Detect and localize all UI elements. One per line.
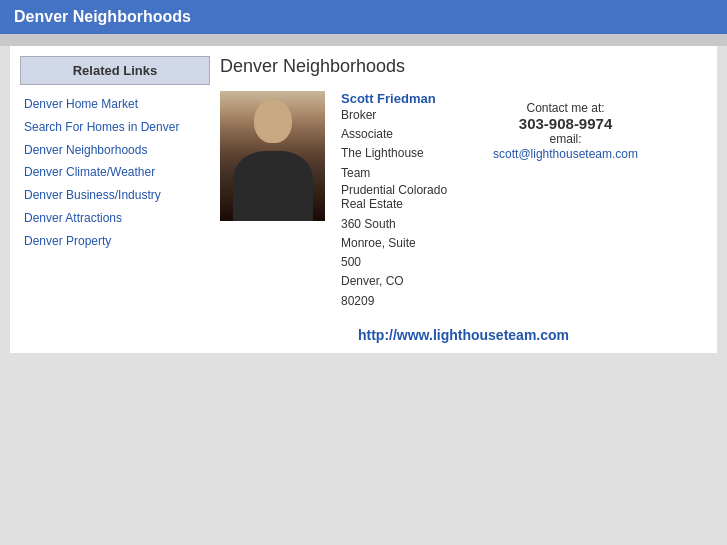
content-area: Related Links Denver Home Market Search …: [10, 46, 717, 353]
related-links-header: Related Links: [20, 56, 210, 85]
contact-section: Contact me at: 303-908-9974 email: scott…: [493, 101, 638, 161]
sidebar-link-home-market[interactable]: Denver Home Market: [20, 93, 210, 116]
sidebar-link-business[interactable]: Denver Business/Industry: [20, 184, 210, 207]
agent-name-link[interactable]: Scott Friedman: [341, 91, 447, 106]
contact-email-link[interactable]: scott@lighthouseteam.com: [493, 147, 638, 161]
sidebar-link-property[interactable]: Denver Property: [20, 230, 210, 253]
contact-label: Contact me at:: [493, 101, 638, 115]
page-wrapper: Denver Neighborhoods Related Links Denve…: [0, 0, 727, 545]
main-content: Denver Neighborhoods Scott Friedman Brok…: [210, 56, 707, 343]
agent-title: Broker Associate The Lighthouse Team: [341, 106, 447, 183]
agent-details-col: Scott Friedman Broker Associate The Ligh…: [341, 91, 447, 311]
sidebar-link-search-homes[interactable]: Search For Homes in Denver: [20, 116, 210, 139]
contact-email-label: email:: [493, 132, 638, 146]
gray-bar: [0, 34, 727, 46]
header-title: Denver Neighborhoods: [14, 8, 191, 25]
sidebar-link-climate[interactable]: Denver Climate/Weather: [20, 161, 210, 184]
related-links-label: Related Links: [73, 63, 158, 78]
agent-section: Scott Friedman Broker Associate The Ligh…: [220, 91, 707, 311]
sidebar: Related Links Denver Home Market Search …: [20, 56, 210, 343]
page-title: Denver Neighborhoods: [220, 56, 707, 77]
sidebar-link-neighborhoods[interactable]: Denver Neighborhoods: [20, 139, 210, 162]
agent-photo: [220, 91, 325, 221]
agent-brokerage: Prudential Colorado Real Estate: [341, 183, 447, 211]
contact-phone: 303-908-9974: [493, 115, 638, 132]
agent-photo-inner: [220, 91, 325, 221]
website-link[interactable]: http://www.lighthouseteam.com: [220, 327, 707, 343]
header-bar: Denver Neighborhoods: [0, 0, 727, 34]
sidebar-link-attractions[interactable]: Denver Attractions: [20, 207, 210, 230]
agent-address: 360 South Monroe, Suite 500 Denver, CO 8…: [341, 215, 447, 311]
